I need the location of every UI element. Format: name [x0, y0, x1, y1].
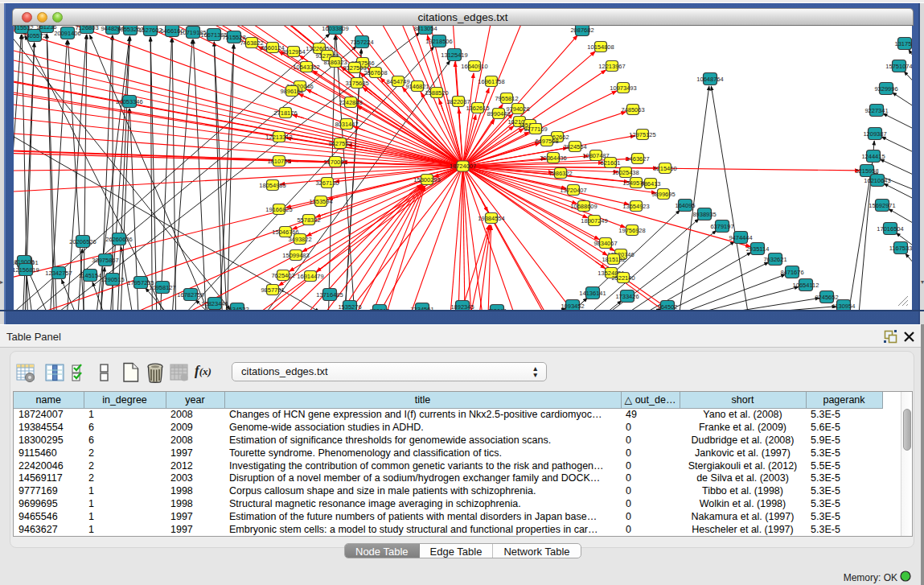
svg-text:15300293: 15300293 — [413, 176, 440, 183]
svg-text:3824554: 3824554 — [563, 143, 586, 150]
svg-text:13125419: 13125419 — [441, 51, 467, 59]
svg-text:5215958: 5215958 — [855, 167, 878, 175]
svg-text:16782759: 16782759 — [177, 291, 203, 299]
svg-text:9215460: 9215460 — [653, 165, 676, 172]
svg-text:964502: 964502 — [657, 303, 677, 310]
svg-text:7986322: 7986322 — [548, 170, 572, 177]
svg-text:1527602: 1527602 — [138, 27, 162, 34]
svg-text:9327503: 9327503 — [343, 64, 366, 72]
svg-text:12156819: 12156819 — [14, 266, 39, 274]
svg-text:10648764: 10648764 — [696, 76, 723, 83]
svg-text:1093452: 1093452 — [561, 303, 584, 310]
svg-text:1167533: 1167533 — [889, 245, 912, 252]
svg-text:7955812: 7955812 — [495, 95, 518, 102]
svg-text:8031447: 8031447 — [335, 121, 358, 128]
svg-text:1353594: 1353594 — [309, 198, 332, 205]
svg-text:12342757: 12342757 — [45, 270, 72, 277]
svg-text:16640910: 16640910 — [461, 63, 487, 70]
svg-text:1815132: 1815132 — [602, 256, 625, 263]
svg-text:20364436: 20364436 — [540, 154, 566, 162]
svg-text:9427552: 9427552 — [328, 140, 351, 147]
svg-text:18724007: 18724007 — [450, 163, 476, 170]
svg-text:3912954: 3912954 — [281, 48, 305, 56]
svg-text:17016504: 17016504 — [877, 225, 903, 233]
svg-text:8813054: 8813054 — [413, 26, 437, 32]
svg-text:16961758: 16961758 — [478, 78, 504, 85]
svg-text:3267130: 3267130 — [315, 179, 339, 187]
svg-text:14136141: 14136141 — [579, 290, 606, 297]
svg-text:2718176: 2718176 — [273, 109, 297, 117]
svg-text:5578332: 5578332 — [297, 216, 320, 224]
svg-text:131752: 131752 — [894, 40, 912, 47]
svg-text:10025438: 10025438 — [612, 169, 639, 176]
svg-text:10543362: 10543362 — [293, 64, 319, 71]
svg-text:1362615: 1362615 — [466, 105, 489, 112]
svg-text:15692971: 15692971 — [869, 202, 895, 209]
svg-text:1463627: 1463627 — [626, 155, 649, 163]
svg-text:10958127: 10958127 — [149, 284, 175, 291]
svg-text:8938935: 8938935 — [692, 211, 716, 218]
svg-text:30975867: 30975867 — [92, 257, 118, 264]
svg-text:8660124: 8660124 — [261, 44, 284, 51]
svg-text:3493822: 3493822 — [288, 236, 311, 243]
svg-text:2242848: 2242848 — [339, 99, 362, 106]
svg-text:7632621: 7632621 — [763, 256, 786, 263]
svg-text:1290515: 1290515 — [101, 276, 124, 283]
svg-text:2367608: 2367608 — [363, 69, 387, 76]
svg-text:7126803: 7126803 — [75, 26, 98, 31]
svg-text:12213313: 12213313 — [265, 134, 292, 141]
svg-text:164095: 164095 — [675, 202, 695, 209]
svg-text:2522140: 2522140 — [611, 274, 634, 282]
svg-text:19756928: 19756928 — [618, 227, 645, 234]
svg-text:18907249: 18907249 — [581, 217, 607, 225]
svg-text:1535276: 1535276 — [338, 303, 361, 310]
svg-text:18054985: 18054985 — [259, 182, 285, 189]
svg-text:16033809: 16033809 — [322, 26, 348, 32]
svg-text:26260636: 26260636 — [105, 236, 132, 243]
svg-text:1130954: 1130954 — [832, 303, 856, 310]
svg-text:1733426: 1733426 — [615, 293, 639, 300]
svg-text:13720407: 13720407 — [560, 187, 586, 194]
svg-text:9794028: 9794028 — [506, 105, 529, 113]
svg-text:16914479: 16914479 — [297, 273, 323, 280]
svg-text:9896161: 9896161 — [280, 88, 303, 95]
svg-text:10688609: 10688609 — [570, 203, 597, 210]
svg-text:1588520: 1588520 — [425, 89, 448, 97]
svg-text:19218506: 19218506 — [425, 38, 452, 45]
svg-text:10654112: 10654112 — [793, 282, 819, 289]
svg-text:15751074: 15751074 — [885, 63, 912, 70]
svg-text:8471676: 8471676 — [780, 269, 803, 276]
svg-text:1892345: 1892345 — [450, 303, 474, 310]
svg-text:10973493: 10973493 — [610, 84, 636, 92]
svg-text:9777169: 9777169 — [524, 126, 547, 133]
svg-text:7485063: 7485063 — [621, 106, 644, 113]
svg-text:9227341: 9227341 — [864, 107, 888, 114]
svg-text:7463822: 7463822 — [240, 39, 263, 47]
svg-text:986413: 986413 — [640, 180, 660, 187]
svg-text:15099483: 15099483 — [282, 252, 309, 259]
svg-text:9834067: 9834067 — [593, 240, 617, 247]
svg-text:3170081: 3170081 — [323, 159, 347, 166]
svg-text:1810755: 1810755 — [267, 158, 290, 165]
svg-text:10154808: 10154808 — [587, 43, 614, 51]
svg-text:1145154: 1145154 — [79, 272, 102, 279]
svg-text:6497508: 6497508 — [535, 138, 558, 145]
svg-text:7357224: 7357224 — [350, 39, 373, 46]
svg-text:20053346: 20053346 — [116, 98, 142, 105]
svg-text:20206526: 20206526 — [69, 238, 96, 245]
svg-text:621601: 621601 — [600, 159, 620, 167]
svg-text:19384554: 19384554 — [478, 215, 504, 222]
svg-text:9899695: 9899695 — [651, 191, 675, 198]
svg-text:13716485: 13716485 — [316, 291, 343, 299]
svg-text:1244415: 1244415 — [861, 153, 885, 160]
svg-text:9474444: 9474444 — [729, 234, 752, 241]
svg-text:9857791: 9857791 — [261, 286, 284, 294]
svg-text:19166825: 19166825 — [265, 206, 292, 213]
svg-text:7625402: 7625402 — [271, 272, 294, 279]
svg-text:3175685: 3175685 — [345, 80, 368, 87]
svg-text:2087682: 2087682 — [570, 27, 593, 34]
svg-text:12823446: 12823446 — [201, 300, 228, 307]
svg-text:12975125: 12975125 — [629, 131, 655, 138]
svg-text:1209387: 1209387 — [863, 130, 886, 138]
svg-text:2935114: 2935114 — [746, 245, 770, 253]
